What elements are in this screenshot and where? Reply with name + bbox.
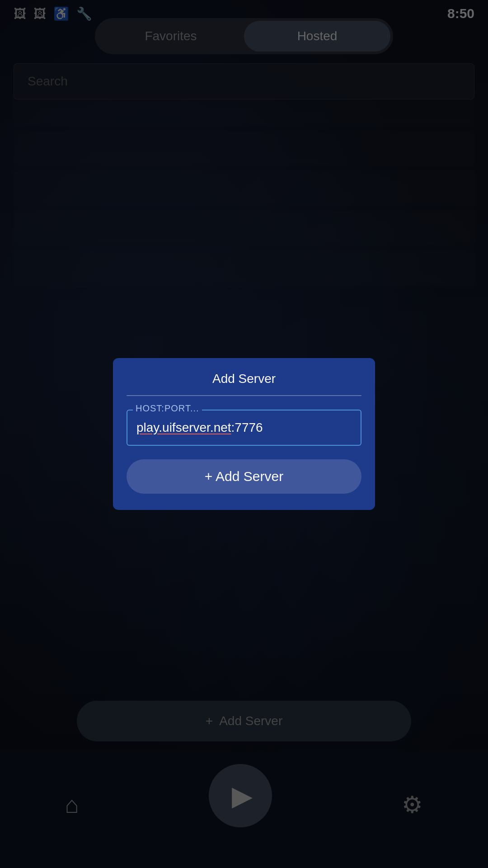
host-port-input-group: HOST:PORT... play.uifserver.net:7776 (127, 410, 361, 446)
host-port-display[interactable]: play.uifserver.net:7776 (127, 410, 361, 446)
add-server-dialog: Add Server HOST:PORT... play.uifserver.n… (113, 358, 375, 510)
host-port-label: HOST:PORT... (133, 403, 202, 414)
modal-overlay: Add Server HOST:PORT... play.uifserver.n… (0, 0, 488, 868)
port-part: :7776 (231, 420, 263, 435)
host-part: play.uifserver.net (136, 420, 231, 435)
dialog-add-server-label: + Add Server (205, 469, 283, 484)
dialog-divider (127, 395, 361, 396)
dialog-add-server-button[interactable]: + Add Server (127, 459, 361, 494)
dialog-title: Add Server (127, 372, 361, 386)
